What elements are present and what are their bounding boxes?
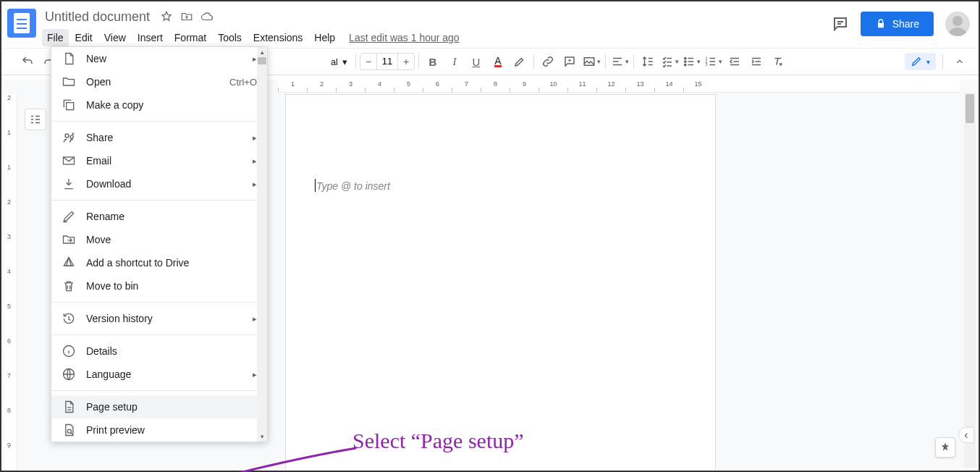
menu-item-language[interactable]: Language ▸	[51, 363, 267, 386]
menu-file[interactable]: File	[42, 29, 69, 46]
line-spacing-button[interactable]	[638, 51, 658, 72]
menu-item-details[interactable]: Details	[51, 340, 267, 363]
pencil-icon	[911, 56, 922, 67]
increase-indent-button[interactable]	[746, 51, 766, 72]
print-preview-icon	[62, 423, 76, 437]
checklist-button[interactable]: ▾	[659, 51, 680, 72]
menu-edit[interactable]: Edit	[70, 29, 98, 46]
explore-button[interactable]	[935, 437, 955, 458]
menu-item-new[interactable]: New ▸	[51, 47, 267, 70]
menu-label: Email	[86, 155, 242, 167]
menu-item-download[interactable]: Download ▸	[51, 172, 267, 195]
share-label: Share	[892, 18, 919, 30]
svg-point-3	[684, 61, 685, 62]
document-page[interactable]: Type @ to insert	[285, 94, 716, 469]
numbered-list-button[interactable]: 123▾	[703, 51, 723, 72]
account-avatar[interactable]	[945, 12, 970, 36]
collapse-toolbar-button[interactable]	[950, 51, 970, 72]
insert-link-button[interactable]	[538, 51, 558, 72]
trash-icon	[62, 279, 76, 293]
move-icon	[62, 232, 76, 247]
app-header: Untitled document File Edit View Insert …	[1, 1, 979, 48]
menu-item-email[interactable]: Email ▸	[51, 149, 267, 172]
font-size-value[interactable]: 11	[376, 54, 398, 69]
rename-icon	[62, 209, 76, 224]
font-size-increase[interactable]: +	[398, 56, 414, 67]
history-icon	[62, 311, 76, 326]
page-placeholder-text: Type @ to insert	[316, 180, 390, 192]
download-icon	[62, 177, 76, 191]
lock-icon	[875, 18, 887, 30]
svg-point-9	[65, 134, 69, 138]
menu-label: Details	[86, 345, 257, 357]
menu-item-move-to-bin[interactable]: Move to bin	[51, 274, 267, 298]
font-size-control: − 11 +	[360, 53, 415, 70]
menu-tools[interactable]: Tools	[213, 29, 247, 46]
info-icon	[62, 344, 76, 358]
menu-extensions[interactable]: Extensions	[248, 29, 308, 46]
insert-image-button[interactable]: ▾	[581, 51, 601, 72]
menu-item-page-setup[interactable]: Page setup	[51, 395, 267, 418]
font-size-decrease[interactable]: −	[360, 56, 376, 67]
menu-insert[interactable]: Insert	[132, 29, 168, 46]
comments-icon[interactable]	[832, 15, 849, 33]
star-icon[interactable]	[160, 10, 173, 23]
page-setup-icon	[62, 400, 76, 414]
side-panel-toggle[interactable]: ‹	[958, 427, 974, 443]
menu-item-version-history[interactable]: Version history ▸	[51, 307, 267, 330]
text-color-button[interactable]: A	[488, 51, 508, 72]
clear-formatting-button[interactable]	[768, 51, 788, 72]
menu-help[interactable]: Help	[309, 29, 340, 46]
decrease-indent-button[interactable]	[725, 51, 745, 72]
italic-button[interactable]: I	[444, 51, 465, 72]
svg-rect-8	[67, 103, 74, 110]
dropdown-scrollbar[interactable]: ▴ ▾	[257, 47, 267, 442]
vertical-scrollbar[interactable]	[964, 93, 976, 468]
menu-format[interactable]: Format	[169, 29, 211, 46]
menu-label: Page setup	[86, 401, 257, 413]
undo-button[interactable]	[17, 51, 38, 72]
menu-label: Add a shortcut to Drive	[86, 257, 257, 269]
menu-item-rename[interactable]: Rename	[51, 205, 267, 228]
menu-label: Language	[86, 368, 242, 380]
doc-title-input[interactable]: Untitled document	[42, 8, 153, 26]
doc-meta: Untitled document File Edit View Insert …	[42, 7, 832, 48]
copy-icon	[62, 98, 76, 112]
bold-button[interactable]: B	[423, 51, 443, 72]
document-icon	[62, 51, 76, 66]
svg-point-0	[952, 16, 963, 26]
cloud-status-icon[interactable]	[200, 10, 214, 23]
bulleted-list-button[interactable]: ▾	[681, 51, 701, 72]
menu-view[interactable]: View	[99, 29, 131, 46]
menu-label: New	[86, 53, 242, 64]
menu-item-move[interactable]: Move	[51, 228, 267, 251]
align-button[interactable]: ▾	[609, 51, 630, 72]
highlight-button[interactable]	[510, 51, 530, 72]
underline-button[interactable]: U	[466, 51, 486, 72]
menu-bar: File Edit View Insert Format Tools Exten…	[42, 28, 832, 48]
move-folder-icon[interactable]	[180, 10, 193, 23]
menu-label: Download	[86, 178, 242, 190]
font-name-label: al	[331, 56, 338, 67]
editing-mode-button[interactable]: ▾	[905, 53, 936, 70]
font-family-select[interactable]: al▾	[287, 53, 352, 70]
insert-comment-button[interactable]	[559, 51, 580, 72]
menu-label: Make a copy	[86, 99, 257, 111]
docs-logo-glyph	[14, 13, 30, 33]
document-outline-button[interactable]	[25, 109, 46, 130]
menu-item-make-copy[interactable]: Make a copy	[51, 93, 267, 117]
drive-shortcut-icon	[62, 256, 76, 270]
email-icon	[62, 153, 76, 168]
menu-label: Print preview	[86, 424, 257, 436]
docs-logo[interactable]	[7, 9, 36, 38]
menu-item-open[interactable]: Open Ctrl+O	[51, 70, 267, 93]
svg-point-14	[67, 429, 71, 433]
svg-point-4	[684, 64, 685, 65]
share-button[interactable]: Share	[861, 12, 934, 36]
menu-label: Share	[86, 132, 242, 143]
menu-item-add-shortcut[interactable]: Add a shortcut to Drive	[51, 251, 267, 274]
vertical-ruler: 2112345678910	[4, 94, 17, 469]
menu-item-print-preview[interactable]: Print preview	[51, 418, 267, 442]
last-edit-link[interactable]: Last edit was 1 hour ago	[349, 32, 460, 43]
menu-item-share[interactable]: Share ▸	[51, 126, 267, 149]
